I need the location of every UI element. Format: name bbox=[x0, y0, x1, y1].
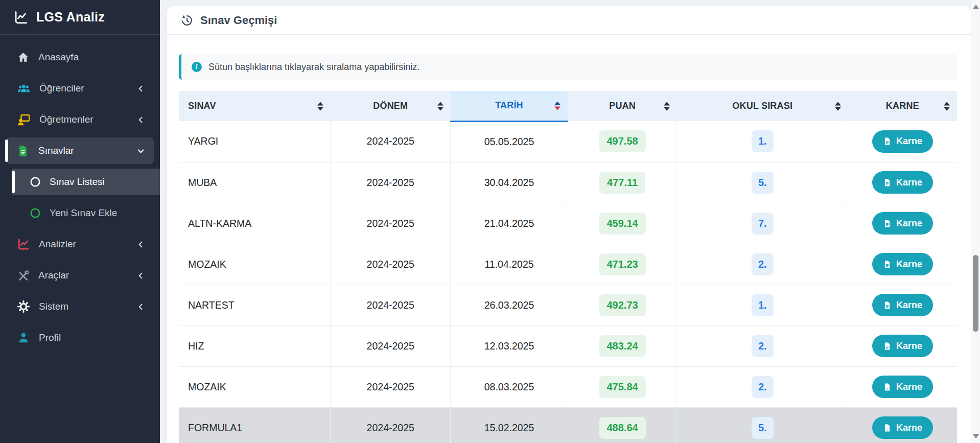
rank-cell: 7. bbox=[677, 203, 848, 244]
analytics-icon bbox=[17, 238, 30, 251]
scroll-up-arrow-icon[interactable] bbox=[973, 5, 979, 9]
chevron-left-icon bbox=[136, 240, 146, 249]
sidebar-item-sinav-listesi[interactable]: Sınav Listesi bbox=[12, 169, 160, 195]
sort-icon bbox=[437, 102, 444, 110]
info-icon: i bbox=[192, 62, 202, 72]
sort-icon bbox=[944, 102, 950, 110]
exam-name-cell: MOZAIK bbox=[179, 244, 331, 285]
exam-document-icon bbox=[17, 145, 30, 157]
karne-button[interactable]: Karne bbox=[872, 130, 933, 153]
rank-badge: 1. bbox=[752, 294, 774, 316]
sort-icon bbox=[317, 102, 323, 110]
term-cell: 2024-2025 bbox=[331, 407, 451, 443]
sidebar-item-anasayfa[interactable]: Anasayfa bbox=[6, 44, 154, 71]
chevron-left-icon bbox=[136, 271, 146, 281]
term-cell: 2024-2025 bbox=[331, 162, 451, 203]
score-cell: 475.84 bbox=[568, 366, 676, 407]
score-badge: 459.14 bbox=[599, 213, 646, 235]
page-title: Sınav Geçmişi bbox=[200, 14, 277, 27]
info-alert-text: Sütun başlıklarına tıklayarak sıralama y… bbox=[208, 62, 419, 73]
teacher-icon bbox=[17, 113, 31, 127]
column-header-donem[interactable]: DÖNEM bbox=[331, 91, 451, 121]
scroll-down-arrow-icon[interactable] bbox=[973, 434, 979, 438]
score-badge: 497.58 bbox=[599, 130, 646, 152]
karne-cell: Karne bbox=[848, 285, 957, 325]
column-header-karne[interactable]: KARNE bbox=[848, 91, 957, 121]
rank-badge: 1. bbox=[752, 130, 774, 152]
sort-icon bbox=[554, 101, 561, 110]
table-row: MUBA2024-202530.04.2025477.115.Karne bbox=[179, 162, 957, 203]
sidebar-item-sistem[interactable]: Sistem bbox=[6, 293, 154, 320]
chevron-left-icon bbox=[136, 115, 146, 125]
sidebar-item-araclar[interactable]: Araçlar bbox=[6, 262, 154, 289]
sidebar-item-sinavlar[interactable]: Sınavlar bbox=[6, 137, 154, 164]
score-cell: 477.11 bbox=[568, 162, 676, 203]
column-header-okul-sirasi[interactable]: OKUL SIRASI bbox=[677, 91, 848, 121]
rank-cell: 5. bbox=[677, 162, 848, 203]
karne-cell: Karne bbox=[848, 121, 957, 162]
sidebar-nav: AnasayfaÖğrencilerÖğretmenlerSınavlarSın… bbox=[0, 35, 160, 356]
karne-button[interactable]: Karne bbox=[872, 376, 933, 398]
score-cell: 459.14 bbox=[568, 203, 676, 244]
column-header-sinav[interactable]: SINAV bbox=[179, 91, 331, 121]
sidebar-item-ogrenciler[interactable]: Öğrenciler bbox=[6, 75, 154, 102]
vertical-scrollbar[interactable] bbox=[971, 0, 980, 443]
exam-name-cell: NARTEST bbox=[179, 285, 331, 325]
app-root: LGS Analiz AnasayfaÖğrencilerÖğretmenler… bbox=[0, 0, 980, 443]
rank-badge: 7. bbox=[752, 213, 774, 235]
exam-history-table: SINAVDÖNEMTARİHPUANOKUL SIRASIKARNE YARG… bbox=[179, 91, 957, 443]
karne-button[interactable]: Karne bbox=[872, 212, 933, 235]
circle-icon bbox=[29, 176, 41, 188]
rank-badge: 2. bbox=[752, 376, 774, 398]
exam-name-cell: HIZ bbox=[179, 325, 331, 366]
chevron-down-icon bbox=[136, 146, 146, 156]
sidebar-item-analizler[interactable]: Analizler bbox=[6, 231, 154, 258]
score-cell: 488.64 bbox=[568, 407, 676, 443]
sidebar-item-profil[interactable]: Profil bbox=[6, 324, 154, 351]
score-badge: 488.64 bbox=[599, 417, 646, 439]
term-cell: 2024-2025 bbox=[331, 285, 451, 325]
date-cell: 15.02.2025 bbox=[451, 407, 568, 443]
table-row: MOZAIK2024-202511.04.2025471.232.Karne bbox=[179, 244, 957, 285]
karne-button[interactable]: Karne bbox=[872, 416, 933, 439]
karne-button[interactable]: Karne bbox=[872, 171, 933, 194]
score-cell: 492.73 bbox=[568, 285, 676, 325]
circle-green-icon bbox=[29, 207, 41, 219]
karne-cell: Karne bbox=[848, 407, 957, 443]
date-cell: 08.03.2025 bbox=[451, 366, 568, 407]
exam-history-card: Sınav Geçmişi i Sütun başlıklarına tıkla… bbox=[167, 6, 971, 443]
chevron-left-icon bbox=[136, 84, 146, 94]
exam-name-cell: YARGI bbox=[179, 121, 331, 162]
info-alert: i Sütun başlıklarına tıklayarak sıralama… bbox=[179, 54, 957, 80]
card-header: Sınav Geçmişi bbox=[167, 6, 971, 35]
column-header-puan[interactable]: PUAN bbox=[568, 91, 676, 121]
score-badge: 471.23 bbox=[599, 253, 646, 275]
karne-button[interactable]: Karne bbox=[872, 335, 933, 357]
score-cell: 471.23 bbox=[568, 244, 676, 285]
sidebar-item-yeni-sinav-ekle[interactable]: Yeni Sınav Ekle bbox=[12, 200, 160, 226]
score-cell: 483.24 bbox=[568, 325, 676, 366]
brand-title: LGS Analiz bbox=[36, 10, 105, 25]
users-icon bbox=[17, 82, 31, 96]
karne-cell: Karne bbox=[848, 203, 957, 244]
exam-name-cell: FORMULA1 bbox=[179, 407, 331, 443]
gear-icon bbox=[17, 300, 30, 313]
rank-cell: 5. bbox=[677, 407, 848, 443]
tools-icon bbox=[17, 269, 30, 282]
scrollbar-thumb[interactable] bbox=[973, 255, 978, 332]
rank-badge: 5. bbox=[752, 417, 774, 439]
date-cell: 11.04.2025 bbox=[451, 244, 568, 285]
karne-cell: Karne bbox=[848, 366, 957, 407]
column-header-tarih[interactable]: TARİH bbox=[451, 91, 568, 121]
rank-cell: 1. bbox=[677, 121, 848, 162]
sidebar-item-ogretmenler[interactable]: Öğretmenler bbox=[6, 106, 154, 133]
table-row: YARGI2024-202505.05.2025497.581.Karne bbox=[179, 121, 957, 162]
brand[interactable]: LGS Analiz bbox=[0, 0, 160, 35]
karne-button[interactable]: Karne bbox=[872, 294, 933, 316]
rank-cell: 2. bbox=[677, 366, 848, 407]
karne-cell: Karne bbox=[848, 325, 957, 366]
date-cell: 05.05.2025 bbox=[451, 121, 568, 162]
history-icon bbox=[180, 14, 194, 27]
main-content: Sınav Geçmişi i Sütun başlıklarına tıkla… bbox=[160, 0, 980, 443]
karne-button[interactable]: Karne bbox=[872, 253, 933, 275]
